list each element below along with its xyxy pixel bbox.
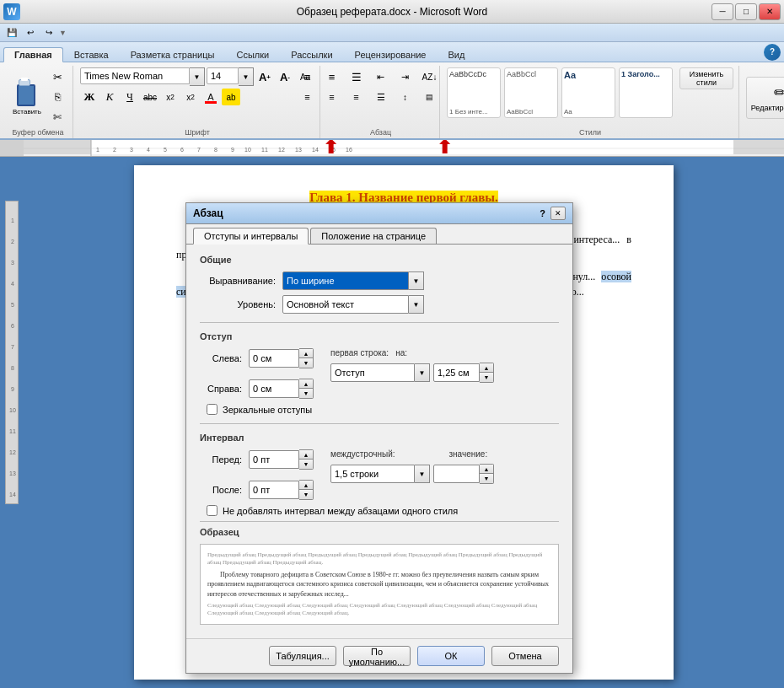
style-no-spacing[interactable]: AaBbCcl AaBbCcl	[504, 67, 558, 118]
maximize-button[interactable]: □	[735, 3, 757, 20]
first-line-type-input[interactable]	[330, 363, 415, 382]
tab-page-layout[interactable]: Разметка страницы	[120, 47, 226, 62]
line-spacing-button[interactable]: ↕	[394, 88, 417, 106]
subscript-button[interactable]: x2	[161, 89, 180, 105]
tab-page-position[interactable]: Положение на странице	[310, 228, 437, 244]
numbering-button[interactable]: ≡	[320, 67, 344, 86]
paste-label: Вставить	[13, 108, 41, 116]
first-line-up[interactable]: ▲	[480, 363, 493, 373]
tab-mailings[interactable]: Рассылки	[280, 47, 343, 62]
align-right-button[interactable]: ≡	[345, 88, 368, 106]
right-indent-up[interactable]: ▲	[299, 379, 313, 389]
before-down[interactable]: ▼	[299, 460, 313, 469]
mirror-indent-checkbox[interactable]	[207, 404, 217, 415]
tabs-button[interactable]: Табуляция...	[269, 646, 336, 666]
spacing-value-up[interactable]: ▲	[480, 465, 493, 474]
dialog-close-button[interactable]: ✕	[550, 207, 566, 220]
dialog-help-icon[interactable]: ?	[540, 208, 545, 218]
sort-button[interactable]: AZ↓	[418, 67, 442, 86]
strikethrough-button[interactable]: abc	[141, 89, 159, 105]
font-name-input[interactable]	[80, 67, 190, 84]
no-add-spacing-checkbox[interactable]	[207, 505, 217, 516]
style-heading1[interactable]: Aa Aa	[561, 67, 615, 118]
right-indent-input[interactable]	[249, 379, 299, 398]
no-add-spacing-row: Не добавлять интервал между абзацами одн…	[200, 505, 559, 516]
multilevel-button[interactable]: ☰	[345, 67, 368, 86]
minimize-button[interactable]: ─	[712, 3, 733, 20]
spacing-value-down[interactable]: ▼	[480, 474, 493, 483]
preview-following-text: Следующий абзац Следующий абзац Следующи…	[207, 602, 551, 617]
svg-text:14: 14	[312, 147, 319, 153]
justify-button[interactable]: ☰	[369, 88, 393, 106]
level-input[interactable]	[282, 295, 409, 314]
left-margin: 1 2 3 4 5 6 7 8 9 10 11 12 13 14	[0, 157, 24, 688]
decrease-indent-button[interactable]: ⇤	[369, 67, 393, 86]
dialog-tabs: Отступы и интервалы Положение на страниц…	[186, 224, 572, 245]
after-input[interactable]	[249, 481, 299, 499]
increase-indent-button[interactable]: ⇥	[394, 67, 417, 86]
ruler-area: 1 2 3 4 5 6 7 8 9 10 11 12 13 14 15 16	[0, 140, 784, 157]
first-line-down[interactable]: ▼	[480, 373, 493, 382]
copy-button[interactable]: ⎘	[47, 88, 67, 106]
text-highlight-button[interactable]: ab	[222, 89, 240, 105]
cancel-button[interactable]: Отмена	[491, 646, 559, 666]
alignment-input[interactable]	[282, 271, 409, 290]
after-up[interactable]: ▲	[299, 481, 313, 490]
font-size-dropdown[interactable]: ▼	[239, 67, 254, 86]
first-line-type-dropdown[interactable]: ▼	[415, 363, 430, 382]
before-input[interactable]	[249, 450, 299, 469]
left-indent-input[interactable]	[249, 349, 299, 368]
tab-home[interactable]: Главная	[3, 47, 63, 62]
font-size-input[interactable]	[207, 67, 239, 84]
italic-button[interactable]: К	[100, 89, 119, 105]
font-color-button[interactable]: A	[201, 89, 220, 105]
save-qat-button[interactable]: 💾	[3, 25, 20, 40]
superscript-button[interactable]: x2	[181, 89, 200, 105]
paragraph-dialog[interactable]: Абзац ? ✕ Отступы и интервалы Положение …	[185, 202, 573, 674]
svg-text:13: 13	[9, 470, 16, 476]
undo-qat-button[interactable]: ↩	[22, 25, 39, 40]
after-down[interactable]: ▼	[299, 490, 313, 499]
tab-references[interactable]: Ссылки	[225, 47, 280, 62]
level-dropdown[interactable]: ▼	[409, 295, 424, 314]
qat-more-arrow[interactable]: ▼	[59, 29, 67, 37]
grow-font-button[interactable]: A+	[255, 68, 274, 85]
right-indent-down[interactable]: ▼	[299, 389, 313, 398]
redo-qat-button[interactable]: ↪	[40, 25, 57, 40]
tab-insert[interactable]: Вставка	[63, 47, 120, 62]
line-spacing-dropdown[interactable]: ▼	[415, 465, 430, 483]
tab-review[interactable]: Рецензирование	[344, 47, 438, 62]
alignment-dropdown[interactable]: ▼	[409, 271, 424, 290]
cut-button[interactable]: ✂	[47, 67, 67, 86]
dialog-titlebar: Абзац ? ✕	[186, 203, 572, 224]
align-left-button[interactable]: ≡	[296, 88, 320, 106]
bullets-button[interactable]: ≡	[296, 67, 320, 86]
ok-button[interactable]: ОК	[417, 646, 485, 666]
align-center-button[interactable]: ≡	[320, 88, 344, 106]
default-button[interactable]: По умолчанию...	[343, 646, 411, 666]
shading-button[interactable]: ▤	[418, 88, 442, 106]
style-normal[interactable]: AaBbCcDc 1 Без инте...	[447, 67, 501, 118]
help-icon[interactable]: ?	[764, 44, 781, 61]
style-heading2[interactable]: 1 Заголо...	[619, 67, 673, 118]
underline-button[interactable]: Ч	[121, 89, 139, 105]
tab-indents-spacing[interactable]: Отступы и интервалы	[193, 228, 309, 245]
format-painter-button[interactable]: ✄	[47, 108, 67, 126]
font-name-dropdown[interactable]: ▼	[190, 67, 205, 86]
tab-view[interactable]: Вид	[438, 47, 476, 62]
paste-button[interactable]: Вставить	[8, 76, 46, 118]
spacing-value-input[interactable]	[433, 465, 480, 483]
font-group: ▼ ▼ A+ A- Aa Ж К Ч abc x2 x2 A ab	[75, 66, 320, 138]
edit-button[interactable]: ✏ Редактирование	[746, 77, 784, 119]
line-spacing-input[interactable]	[330, 465, 415, 483]
value-label: значение:	[449, 449, 488, 459]
before-up[interactable]: ▲	[299, 450, 313, 460]
svg-text:13: 13	[295, 147, 302, 153]
left-indent-up[interactable]: ▲	[299, 349, 313, 358]
bold-button[interactable]: Ж	[80, 89, 99, 105]
shrink-font-button[interactable]: A-	[276, 68, 294, 85]
change-styles-button[interactable]: Изменить стили	[679, 67, 733, 89]
first-line-value-input[interactable]	[433, 363, 480, 382]
close-button[interactable]: ✕	[759, 3, 781, 20]
left-indent-down[interactable]: ▼	[299, 358, 313, 368]
